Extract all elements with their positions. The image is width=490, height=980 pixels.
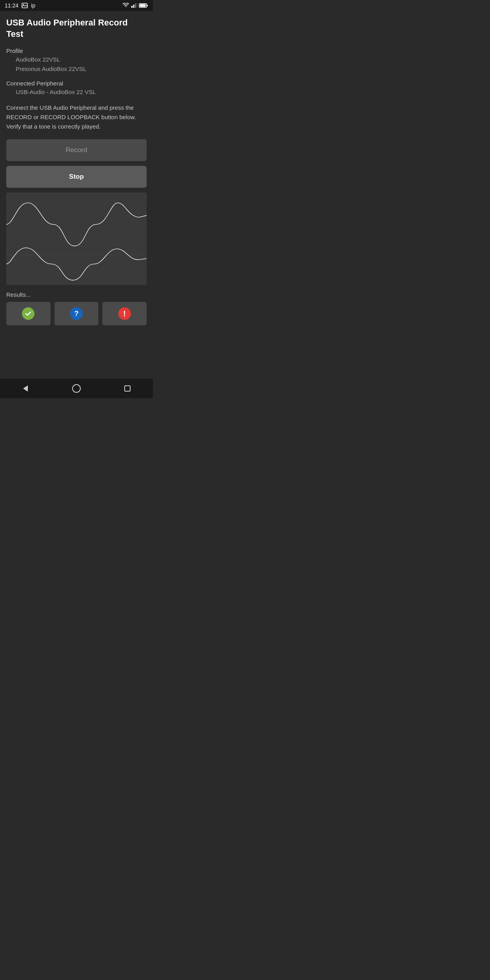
- profile-full: Presonus AudioBox 22VSL: [6, 64, 147, 74]
- waveform-svg: [6, 196, 147, 282]
- profile-section: Profile AudioBox 22VSL Presonus AudioBox…: [6, 47, 147, 74]
- status-icons: [122, 3, 148, 8]
- signal-icon: [131, 3, 137, 8]
- description-text: Connect the USB Audio Peripheral and pre…: [6, 103, 147, 131]
- page-content: USB Audio Peripheral Record Test Profile…: [0, 11, 153, 379]
- svg-rect-0: [22, 3, 27, 8]
- waveform-display: [6, 192, 147, 285]
- help-icon-label: ?: [74, 310, 79, 318]
- success-icon: [22, 307, 34, 320]
- battery-icon: [139, 3, 148, 8]
- recent-button[interactable]: [120, 381, 135, 396]
- record-button[interactable]: Record: [6, 139, 147, 161]
- device-name: USB-Audio - AudioBox 22 VSL: [6, 87, 147, 97]
- error-icon-label: !: [123, 309, 126, 318]
- home-icon: [72, 384, 81, 393]
- image-icon: [22, 3, 28, 8]
- profile-name: AudioBox 22VSL: [6, 55, 147, 64]
- svg-rect-8: [147, 5, 148, 6]
- results-label: Results...: [6, 291, 147, 298]
- help-icon: ?: [70, 307, 83, 320]
- page-title: USB Audio Peripheral Record Test: [6, 17, 147, 40]
- svg-rect-2: [131, 6, 132, 8]
- home-button[interactable]: [69, 381, 84, 396]
- svg-rect-7: [140, 4, 146, 7]
- svg-rect-3: [133, 5, 134, 8]
- result-error-button[interactable]: !: [102, 302, 147, 325]
- results-buttons: ? !: [6, 302, 147, 325]
- wifi-icon: [122, 3, 129, 8]
- result-success-button[interactable]: [6, 302, 51, 325]
- back-icon: [21, 384, 30, 393]
- error-icon: !: [118, 307, 131, 320]
- recent-icon: [123, 384, 132, 393]
- svg-point-11: [73, 385, 80, 392]
- svg-rect-5: [137, 3, 138, 8]
- status-notification: ip: [31, 2, 35, 9]
- peripheral-label: Connected Peripheral: [6, 80, 147, 87]
- svg-marker-10: [23, 385, 28, 392]
- result-help-button[interactable]: ?: [54, 302, 99, 325]
- status-left: 11:24 ip: [5, 2, 35, 9]
- stop-button[interactable]: Stop: [6, 166, 147, 188]
- back-button[interactable]: [18, 381, 33, 396]
- peripheral-section: Connected Peripheral USB-Audio - AudioBo…: [6, 80, 147, 97]
- nav-bar: [0, 379, 153, 398]
- status-bar: 11:24 ip: [0, 0, 153, 11]
- status-time: 11:24: [5, 2, 18, 9]
- profile-label: Profile: [6, 47, 147, 54]
- svg-rect-12: [125, 386, 130, 391]
- svg-rect-4: [135, 4, 136, 8]
